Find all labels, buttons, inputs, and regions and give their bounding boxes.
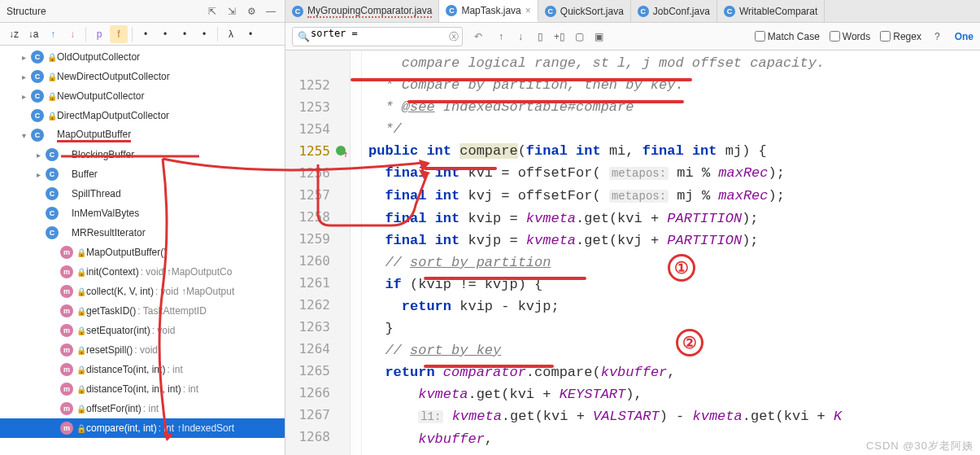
find-input[interactable]	[311, 28, 442, 39]
find-input-wrap: 🔍 ⓧ	[292, 27, 463, 46]
tree-node-newdirectoutputcollector[interactable]: ▸C🔒NewDirectOutputCollector	[0, 67, 285, 86]
regex-option[interactable]: Regex	[880, 31, 921, 42]
structure-tool-7[interactable]: •	[156, 25, 174, 43]
structure-tool-9[interactable]: •	[195, 25, 213, 43]
tree-node-mapoutputbuffer-[interactable]: m🔒MapOutputBuffer()	[0, 243, 285, 262]
collapse-all-icon[interactable]: ⇲	[224, 4, 239, 19]
tree-node-init-context-[interactable]: m🔒init(Context): void ↑MapOutputCo	[0, 262, 285, 282]
find-options: Match Case Words Regex ? One	[755, 31, 973, 42]
tree-node-offsetfor-int-[interactable]: m🔒offsetFor(int): int	[0, 399, 285, 418]
hide-icon[interactable]: —	[264, 4, 278, 19]
structure-tool-6[interactable]: •	[137, 25, 155, 43]
match-case-option[interactable]: Match Case	[755, 31, 820, 42]
tree-node-inmemvalbytes[interactable]: CInMemValBytes	[0, 203, 285, 223]
tab-quicksort-java[interactable]: CQuickSort.java	[538, 0, 631, 22]
tree-node-distanceto-int-int-[interactable]: m🔒distanceTo(int, int): int	[0, 360, 285, 379]
structure-tool-2[interactable]: ↑	[44, 25, 62, 43]
tab-jobconf-java[interactable]: CJobConf.java	[631, 0, 717, 22]
find-nav: ↑ ↓ ▯ +▯ ▢ ▣	[494, 29, 606, 44]
tree-node-distanceto-int-int-int-[interactable]: m🔒distanceTo(int, int, int): int	[0, 379, 285, 399]
structure-header: Structure ⇱ ⇲ ⚙ —	[0, 0, 285, 23]
structure-tool-11[interactable]: •	[242, 25, 259, 43]
search-icon: 🔍	[298, 31, 310, 42]
structure-tool-10[interactable]: λ	[222, 25, 240, 43]
help-icon[interactable]: ?	[934, 31, 940, 42]
tree-node-buffer[interactable]: ▸CBuffer	[0, 164, 285, 184]
structure-title: Structure	[7, 6, 200, 17]
tree-node-gettaskid-[interactable]: m🔒getTaskID(): TaskAttemptID	[0, 301, 285, 321]
editor-tabs: CMyGroupingComparator.javaCMapTask.java×…	[285, 0, 980, 23]
tree-node-directmapoutputcollector[interactable]: C🔒DirectMapOutputCollector	[0, 106, 285, 125]
gear-icon[interactable]: ⚙	[244, 4, 259, 19]
close-icon[interactable]: ×	[525, 5, 531, 16]
words-option[interactable]: Words	[830, 31, 870, 42]
structure-tool-8[interactable]: •	[176, 25, 194, 43]
structure-tool-4[interactable]: p	[90, 25, 108, 43]
add-selection-icon[interactable]: +▯	[552, 29, 567, 44]
select-all-icon[interactable]: ▯	[533, 29, 547, 44]
tree-node-oldoutputcollector[interactable]: ▸C🔒OldOutputCollector	[0, 47, 285, 67]
structure-tool-1[interactable]: ↓a	[24, 25, 42, 43]
one-match-label: One	[955, 31, 973, 42]
find-bar: 🔍 ⓧ ↶ ↑ ↓ ▯ +▯ ▢ ▣ Match Case Words Rege…	[285, 23, 980, 50]
structure-tool-5[interactable]: f	[110, 25, 128, 43]
tree-node-mapoutputbuffer[interactable]: ▾CMapOutputBuffer	[0, 125, 285, 145]
editor-panel: CMyGroupingComparator.javaCMapTask.java×…	[285, 0, 980, 455]
structure-tool-3[interactable]: ↓	[63, 25, 81, 43]
tree-node-mrresultiterator[interactable]: CMRResultIterator	[0, 223, 285, 243]
gutter: 1252125312541255↑12561257125812591260126…	[285, 50, 351, 455]
filter2-icon[interactable]: ▣	[591, 29, 606, 44]
code-area: 1252125312541255↑12561257125812591260126…	[285, 50, 980, 455]
tree-node-newoutputcollector[interactable]: ▸C🔒NewOutputCollector	[0, 86, 285, 106]
prev-hist-icon[interactable]: ↶	[471, 29, 486, 44]
tree-node-compare-int-int-[interactable]: m🔒compare(int, int): int ↑IndexedSort	[0, 418, 285, 438]
structure-panel: Structure ⇱ ⇲ ⚙ — ↓z↓a↑↓pf••••λ• ▸C🔒OldO…	[0, 0, 285, 455]
structure-tool-0[interactable]: ↓z	[5, 25, 23, 43]
watermark: CSDN @30岁老阿姨	[866, 439, 973, 453]
tab-mygroupingcomparator-java[interactable]: CMyGroupingComparator.java	[285, 0, 439, 22]
tree-node-setequator-int-[interactable]: m🔒setEquator(int): void	[0, 321, 285, 340]
tree-node-resetspill-[interactable]: m🔒resetSpill(): void	[0, 340, 285, 360]
tree-node-blockingbuffer[interactable]: ▸CBlockingBuffer	[0, 145, 285, 164]
next-match-icon[interactable]: ↓	[513, 29, 528, 44]
tab-writablecomparat[interactable]: CWritableComparat	[717, 0, 825, 22]
tree-node-collect-k-v-int-[interactable]: m🔒collect(K, V, int): void ↑MapOutput	[0, 282, 285, 301]
tree-node-spillthread[interactable]: CSpillThread	[0, 184, 285, 203]
tab-maptask-java[interactable]: CMapTask.java×	[439, 0, 538, 22]
fold-strip	[351, 50, 362, 455]
structure-toolbar: ↓z↓a↑↓pf••••λ•	[0, 23, 285, 46]
expand-all-icon[interactable]: ⇱	[205, 4, 220, 19]
structure-tree: ▸C🔒OldOutputCollector▸C🔒NewDirectOutputC…	[0, 46, 285, 455]
code-body[interactable]: compare logical range, st l, j mod offse…	[362, 50, 980, 455]
filter-icon[interactable]: ▢	[572, 29, 586, 44]
prev-match-icon[interactable]: ↑	[494, 29, 508, 44]
clear-icon[interactable]: ⓧ	[449, 30, 459, 44]
